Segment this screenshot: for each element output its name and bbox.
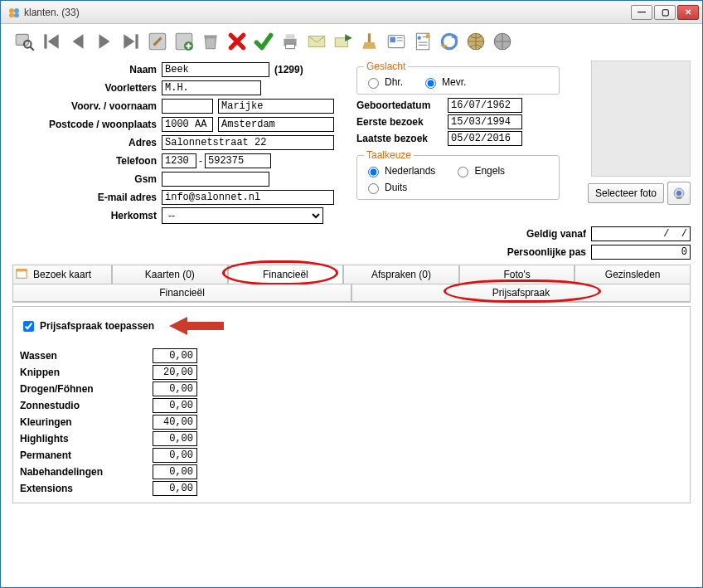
radio-dhr[interactable]: Dhr. bbox=[364, 75, 403, 89]
ok-icon[interactable] bbox=[251, 29, 276, 54]
price-input[interactable] bbox=[153, 365, 197, 380]
clean-icon[interactable] bbox=[357, 29, 382, 54]
prev-icon[interactable] bbox=[65, 29, 90, 54]
price-label: Highlights bbox=[20, 433, 153, 445]
svg-rect-3 bbox=[14, 13, 19, 17]
label-telefoon: Telefoon bbox=[12, 155, 162, 167]
svg-point-1 bbox=[14, 8, 19, 13]
price-input[interactable] bbox=[153, 481, 197, 496]
radio-nl[interactable]: Nederlands bbox=[364, 164, 435, 177]
send-icon[interactable] bbox=[331, 29, 356, 54]
report-icon[interactable] bbox=[410, 29, 435, 54]
photo-placeholder bbox=[591, 61, 691, 177]
globe-icon[interactable] bbox=[490, 29, 515, 54]
pas-input[interactable] bbox=[591, 245, 691, 260]
svg-rect-4 bbox=[16, 34, 28, 45]
search-icon[interactable] bbox=[12, 29, 37, 54]
delete-icon[interactable] bbox=[225, 29, 250, 54]
select-photo-button[interactable]: Selecteer foto bbox=[588, 183, 664, 203]
prijsafspraak-checkbox[interactable] bbox=[23, 321, 34, 332]
price-input[interactable] bbox=[153, 381, 197, 396]
trash-icon[interactable] bbox=[198, 29, 223, 54]
subtab-prijs[interactable]: Prijsafspraak bbox=[352, 284, 691, 302]
label-pas: Persoonlijke pas bbox=[507, 246, 586, 258]
plaats-input[interactable] bbox=[218, 117, 334, 132]
record-id: (1299) bbox=[274, 64, 303, 75]
geldig-input[interactable] bbox=[591, 226, 691, 241]
svg-point-29 bbox=[418, 36, 421, 40]
herkomst-select[interactable]: -- bbox=[162, 207, 323, 224]
pricing-panel: Prijsafspraak toepassen WassenKnippenDro… bbox=[12, 306, 691, 503]
geboortedatum-input[interactable] bbox=[448, 98, 522, 113]
tab-financieel[interactable]: Financieël bbox=[228, 265, 344, 284]
close-button[interactable]: ✕ bbox=[677, 5, 699, 20]
label-naam: Naam bbox=[12, 64, 162, 75]
telefoon-area-input[interactable] bbox=[162, 153, 196, 168]
new-icon[interactable] bbox=[172, 29, 196, 54]
laatste-input[interactable] bbox=[448, 131, 522, 146]
next-icon[interactable] bbox=[92, 29, 117, 54]
price-input[interactable] bbox=[153, 464, 197, 479]
camera-button[interactable] bbox=[667, 182, 691, 205]
svg-rect-43 bbox=[17, 270, 27, 272]
taal-legend: Taalkeuze bbox=[364, 149, 414, 161]
voorv-input[interactable] bbox=[162, 99, 213, 114]
web-icon[interactable] bbox=[463, 29, 488, 54]
minimize-button[interactable]: — bbox=[631, 5, 652, 20]
tab-bezoek[interactable]: Bezoek kaart bbox=[12, 265, 112, 284]
price-input[interactable] bbox=[153, 431, 197, 446]
radio-du[interactable]: Duits bbox=[364, 181, 407, 194]
label-laatste: Laatste bezoek bbox=[356, 133, 448, 144]
tab-gezin[interactable]: Gezinsleden bbox=[575, 265, 691, 284]
naam-input[interactable] bbox=[162, 62, 269, 77]
last-icon[interactable] bbox=[119, 29, 143, 54]
mail-icon[interactable] bbox=[304, 29, 329, 54]
svg-rect-41 bbox=[676, 197, 681, 199]
price-input[interactable] bbox=[153, 398, 197, 413]
print-icon[interactable] bbox=[278, 29, 303, 54]
price-input[interactable] bbox=[153, 448, 197, 463]
tab-afspraken[interactable]: Afspraken (0) bbox=[343, 265, 459, 284]
price-label: Wassen bbox=[20, 350, 153, 362]
voorletters-input[interactable] bbox=[162, 80, 261, 95]
sync-icon[interactable] bbox=[437, 29, 462, 54]
card-icon[interactable] bbox=[384, 29, 409, 54]
price-row: Zonnestudio bbox=[20, 398, 683, 413]
label-voorletters: Voorletters bbox=[12, 82, 162, 94]
radio-mevr[interactable]: Mevr. bbox=[421, 75, 466, 89]
sub-tabs: Financieël Prijsafspraak bbox=[12, 284, 691, 303]
label-herkomst: Herkomst bbox=[12, 210, 162, 221]
app-icon bbox=[7, 6, 21, 19]
pas-row: Persoonlijke pas bbox=[1, 243, 702, 261]
svg-rect-23 bbox=[368, 33, 371, 42]
adres-input[interactable] bbox=[162, 135, 334, 150]
price-row: Permanent bbox=[20, 448, 683, 463]
titlebar: klanten. (33) — ▢ ✕ bbox=[1, 1, 702, 24]
eerste-input[interactable] bbox=[448, 114, 522, 129]
gsm-input[interactable] bbox=[162, 172, 269, 187]
price-row: Nabehandelingen bbox=[20, 464, 683, 479]
prijsafspraak-label: Prijsafspraak toepassen bbox=[40, 320, 154, 332]
price-input[interactable] bbox=[153, 415, 197, 430]
svg-rect-7 bbox=[44, 34, 46, 48]
svg-marker-9 bbox=[73, 34, 84, 48]
subtab-financieel[interactable]: Financieël bbox=[12, 284, 352, 302]
tab-fotos[interactable]: Foto's bbox=[459, 265, 575, 284]
svg-line-6 bbox=[31, 47, 34, 51]
price-row: Kleuringen bbox=[20, 415, 683, 430]
form-area: Naam (1299) Voorletters Voorv. / voornaa… bbox=[1, 57, 702, 225]
voornaam-input[interactable] bbox=[218, 99, 334, 114]
label-postcode: Postcode / woonplaats bbox=[12, 119, 162, 130]
highlight-arrow bbox=[169, 315, 227, 337]
maximize-button[interactable]: ▢ bbox=[654, 5, 676, 20]
price-input[interactable] bbox=[153, 348, 197, 363]
telefoon-num-input[interactable] bbox=[205, 153, 271, 168]
edit-icon[interactable] bbox=[145, 29, 170, 54]
first-icon[interactable] bbox=[39, 29, 64, 54]
tab-kaarten[interactable]: Kaarten (0) bbox=[112, 265, 228, 284]
email-input[interactable] bbox=[162, 190, 334, 205]
postcode-input[interactable] bbox=[162, 117, 213, 132]
label-adres: Adres bbox=[12, 137, 162, 148]
label-geldig: Geldig vanaf bbox=[526, 228, 586, 240]
radio-en[interactable]: Engels bbox=[453, 164, 505, 177]
